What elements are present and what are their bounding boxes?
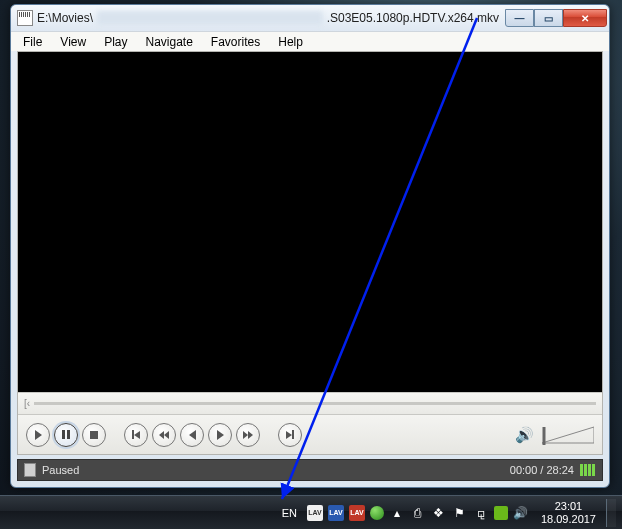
play-button[interactable] [26, 423, 50, 447]
window-title-prefix: E:\Movies\ [37, 11, 93, 25]
rewind-button[interactable] [152, 423, 176, 447]
menu-navigate[interactable]: Navigate [137, 33, 200, 51]
menu-bar: File View Play Navigate Favorites Help [11, 31, 609, 51]
window-controls: — ▭ ✕ [505, 9, 607, 27]
app-icon [17, 10, 33, 26]
lav-audio-icon[interactable]: LAV [349, 505, 365, 521]
skip-back-icon [132, 430, 140, 439]
window-title-suffix: .S03E05.1080p.HDTV.x264.mkv [327, 11, 499, 25]
titlebar[interactable]: E:\Movies\ .S03E05.1080p.HDTV.x264.mkv —… [11, 5, 609, 31]
file-icon [24, 463, 36, 477]
close-icon: ✕ [581, 13, 589, 24]
lav-splitter-icon[interactable]: LAV [307, 505, 323, 521]
step-back-button[interactable] [180, 423, 204, 447]
maximize-button[interactable]: ▭ [534, 9, 563, 27]
media-player-window: E:\Movies\ .S03E05.1080p.HDTV.x264.mkv —… [10, 4, 610, 488]
status-tray-icon[interactable] [370, 506, 384, 520]
client-area: [‹ 🔊 [17, 51, 603, 455]
seek-start-marker: [‹ [24, 398, 30, 409]
playback-state: Paused [42, 464, 79, 476]
pause-button[interactable] [54, 423, 78, 447]
playback-controls: 🔊 [18, 414, 602, 454]
video-area[interactable] [18, 52, 602, 392]
step-forward-icon [217, 430, 224, 440]
nvidia-tray-icon[interactable] [494, 506, 508, 520]
clock-date: 18.09.2017 [541, 513, 596, 526]
seek-track[interactable] [34, 402, 596, 405]
minimize-button[interactable]: — [505, 9, 534, 27]
network-tray-icon[interactable]: ⚼ [473, 505, 489, 521]
stop-button[interactable] [82, 423, 106, 447]
step-forward-button[interactable] [208, 423, 232, 447]
device-tray-icon[interactable]: ⎙ [410, 505, 426, 521]
volume-tray-icon[interactable]: 🔊 [513, 505, 529, 521]
window-title-redacted [97, 11, 323, 25]
system-tray: LAV LAV LAV ▴ ⎙ ❖ ⚑ ⚼ 🔊 [307, 505, 529, 521]
volume-area: 🔊 [515, 423, 594, 447]
play-icon [35, 430, 42, 440]
pause-icon [62, 430, 70, 439]
rewind-icon [159, 431, 169, 439]
status-bar: Paused 00:00 / 28:24 [17, 459, 603, 481]
expand-icon[interactable] [580, 464, 596, 476]
fast-forward-icon [243, 431, 253, 439]
skip-forward-button[interactable] [278, 423, 302, 447]
show-desktop-button[interactable] [606, 499, 616, 527]
taskbar-clock[interactable]: 23:01 18.09.2017 [541, 500, 596, 525]
stop-icon [90, 431, 98, 439]
time-display: 00:00 / 28:24 [510, 464, 574, 476]
menu-play[interactable]: Play [96, 33, 135, 51]
language-indicator[interactable]: EN [278, 505, 301, 521]
menu-favorites[interactable]: Favorites [203, 33, 268, 51]
tray-chevron-icon[interactable]: ▴ [389, 505, 405, 521]
sync-tray-icon[interactable]: ❖ [431, 505, 447, 521]
skip-back-button[interactable] [124, 423, 148, 447]
speaker-icon[interactable]: 🔊 [515, 426, 534, 444]
volume-slider[interactable] [542, 423, 594, 447]
menu-file[interactable]: File [15, 33, 50, 51]
menu-help[interactable]: Help [270, 33, 311, 51]
minimize-icon: — [515, 13, 525, 24]
skip-forward-icon [286, 430, 294, 439]
maximize-icon: ▭ [544, 13, 553, 24]
svg-marker-0 [542, 427, 594, 443]
close-button[interactable]: ✕ [563, 9, 607, 27]
clock-time: 23:01 [541, 500, 596, 513]
taskbar[interactable]: EN LAV LAV LAV ▴ ⎙ ❖ ⚑ ⚼ 🔊 23:01 18.09.2… [0, 495, 622, 529]
lav-video-icon[interactable]: LAV [328, 505, 344, 521]
fast-forward-button[interactable] [236, 423, 260, 447]
menu-view[interactable]: View [52, 33, 94, 51]
seek-bar[interactable]: [‹ [18, 392, 602, 414]
action-center-icon[interactable]: ⚑ [452, 505, 468, 521]
step-back-icon [189, 430, 196, 440]
